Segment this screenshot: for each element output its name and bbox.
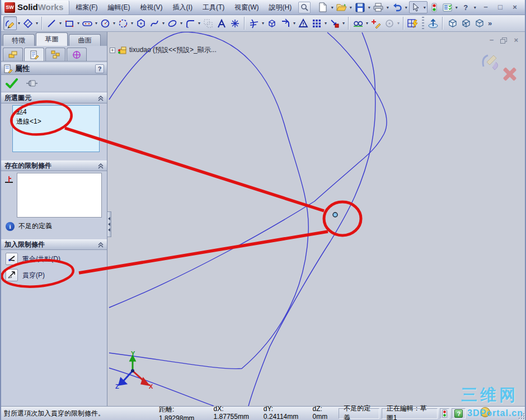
line-tool-button[interactable] xyxy=(45,16,58,30)
doc-restore-button[interactable] xyxy=(500,37,507,44)
collapse-icon[interactable] xyxy=(98,242,104,248)
toolbar-overflow-icon[interactable]: » xyxy=(486,19,494,27)
selected-entities-header[interactable]: 所選圖元 xyxy=(1,93,107,103)
design-checker-button[interactable] xyxy=(441,1,453,13)
feature-manager-tab[interactable] xyxy=(3,48,23,61)
collapse-icon[interactable] xyxy=(98,96,104,101)
toolbar-handle[interactable] xyxy=(422,17,424,30)
help-button[interactable]: ? xyxy=(459,1,472,13)
selected-item-edge[interactable]: 邊線<1> xyxy=(16,117,96,126)
help-dropdown-icon[interactable]: ▾ xyxy=(472,5,477,10)
rectangle-tool-button[interactable] xyxy=(63,16,76,30)
ellipse-dropdown-icon[interactable]: ▾ xyxy=(179,21,184,26)
resize-grip[interactable] xyxy=(518,412,524,419)
ok-button[interactable] xyxy=(6,78,18,88)
panel-splitter-handle[interactable] xyxy=(107,211,111,237)
checker-dropdown-icon[interactable]: ▾ xyxy=(454,5,459,10)
property-manager-tab[interactable] xyxy=(24,48,44,61)
add-relation-button[interactable] xyxy=(369,16,383,30)
auto-dimension-button[interactable] xyxy=(383,16,396,30)
fillet-tool-button[interactable] xyxy=(184,16,197,30)
tab-features[interactable]: 特徵 xyxy=(3,34,35,46)
menu-file[interactable]: 檔案(F) xyxy=(71,0,102,15)
menu-view[interactable]: 檢視(V) xyxy=(135,0,168,15)
dimxpert-manager-tab[interactable] xyxy=(67,48,87,61)
exit-sketch-icon[interactable] xyxy=(479,50,501,73)
print-dropdown-icon[interactable]: ▾ xyxy=(385,5,390,10)
status-help-icon[interactable]: ? xyxy=(454,409,463,418)
convert-entities-button[interactable] xyxy=(265,16,279,30)
configuration-manager-tab[interactable] xyxy=(45,48,65,61)
existing-relations-listbox[interactable] xyxy=(17,173,102,218)
selected-item-point[interactable]: 點4 xyxy=(16,107,96,117)
text-tool-button[interactable] xyxy=(215,16,228,30)
point-tool-button[interactable] xyxy=(228,16,242,30)
perimeter-arc-button[interactable] xyxy=(116,16,130,30)
undo-button[interactable] xyxy=(391,1,403,13)
sketch-alert-button[interactable] xyxy=(297,16,310,30)
open-dropdown-icon[interactable]: ▾ xyxy=(348,5,353,10)
save-dropdown-icon[interactable]: ▾ xyxy=(367,5,372,10)
maximize-button[interactable]: □ xyxy=(495,3,506,12)
line-dropdown-icon[interactable]: ▾ xyxy=(58,21,63,26)
new-document-button[interactable] xyxy=(317,1,329,13)
smart-dimension-button[interactable] xyxy=(21,16,35,30)
spline-dropdown-icon[interactable]: ▾ xyxy=(161,21,166,26)
circle-tool-button[interactable] xyxy=(98,16,112,30)
move-entities-button[interactable] xyxy=(328,16,341,30)
display-relations-button[interactable] xyxy=(351,16,365,30)
menu-insert[interactable]: 插入(I) xyxy=(168,0,198,15)
coincident-relation-button[interactable]: 重合/共點(D) xyxy=(6,253,60,265)
slot-tool-button[interactable] xyxy=(81,16,94,30)
fillet-dropdown-icon[interactable]: ▾ xyxy=(197,21,201,26)
selected-entities-listbox[interactable]: 點4 邊線<1> xyxy=(12,105,100,152)
open-document-button[interactable] xyxy=(335,1,347,13)
feature-tree-root[interactable]: + tixudao (預設<<預設>_顯示... xyxy=(110,45,217,55)
view-cube-2-button[interactable] xyxy=(459,16,472,30)
dimension-dropdown-icon[interactable]: ▾ xyxy=(35,21,39,26)
minimize-button[interactable]: − xyxy=(480,3,491,12)
menu-tools[interactable]: 工具(T) xyxy=(198,0,229,15)
select-tool-button[interactable]: ▾ xyxy=(409,1,428,13)
circle-dropdown-icon[interactable]: ▾ xyxy=(112,21,116,26)
modify-sketch-button[interactable] xyxy=(406,16,420,30)
collapse-icon[interactable] xyxy=(98,163,104,169)
view-cube-3-button[interactable] xyxy=(472,16,486,30)
relations-dropdown-icon[interactable]: ▾ xyxy=(365,21,369,26)
doc-minimize-button[interactable]: − xyxy=(490,36,494,44)
select-dropdown-icon[interactable]: ▾ xyxy=(422,5,427,10)
offset-entities-button[interactable] xyxy=(279,16,292,30)
pattern-dropdown-icon[interactable]: ▾ xyxy=(323,21,328,26)
offset-dropdown-icon[interactable]: ▾ xyxy=(292,21,297,26)
rectangle-dropdown-icon[interactable]: ▾ xyxy=(76,21,81,26)
view-cube-1-button[interactable] xyxy=(445,16,459,30)
polygon-tool-button[interactable] xyxy=(134,16,148,30)
pierce-relation-button[interactable]: 貫穿(P) xyxy=(6,269,45,281)
close-button[interactable]: × xyxy=(509,3,520,12)
cancel-sketch-icon[interactable] xyxy=(502,67,517,81)
traffic-light-icon[interactable] xyxy=(428,1,440,13)
save-button[interactable] xyxy=(354,1,366,13)
existing-relations-header[interactable]: 存在的限制條件 xyxy=(1,161,107,171)
sketch-button[interactable] xyxy=(3,16,17,30)
slot-dropdown-icon[interactable]: ▾ xyxy=(94,21,98,26)
move-dropdown-icon[interactable]: ▾ xyxy=(341,21,346,26)
ellipse-tool-button[interactable] xyxy=(166,16,179,30)
search-icon[interactable] xyxy=(298,2,311,13)
doc-close-button[interactable]: × xyxy=(514,36,518,44)
graphics-area[interactable]: + tixudao (預設<<預設>_顯示... − × Y X xyxy=(107,32,525,406)
linear-pattern-button[interactable] xyxy=(310,16,323,30)
undo-dropdown-icon[interactable]: ▾ xyxy=(403,5,408,10)
menu-window[interactable]: 視窗(W) xyxy=(229,0,264,15)
tab-sketch[interactable]: 草圖 xyxy=(36,32,68,46)
menu-help[interactable]: 說明(H) xyxy=(264,0,297,15)
autodim-dropdown-icon[interactable]: ▾ xyxy=(396,21,401,26)
tree-expand-icon[interactable]: + xyxy=(110,48,115,53)
new-dropdown-icon[interactable]: ▾ xyxy=(330,5,335,10)
menu-edit[interactable]: 編輯(E) xyxy=(103,0,135,15)
trim-dropdown-icon[interactable]: ▾ xyxy=(261,21,265,26)
sketch-dropdown-icon[interactable]: ▾ xyxy=(17,21,21,26)
panel-help-icon[interactable]: ? xyxy=(95,64,104,73)
pattern-ghost-button[interactable] xyxy=(201,16,215,30)
help-status-cell[interactable]: ? xyxy=(452,408,466,419)
